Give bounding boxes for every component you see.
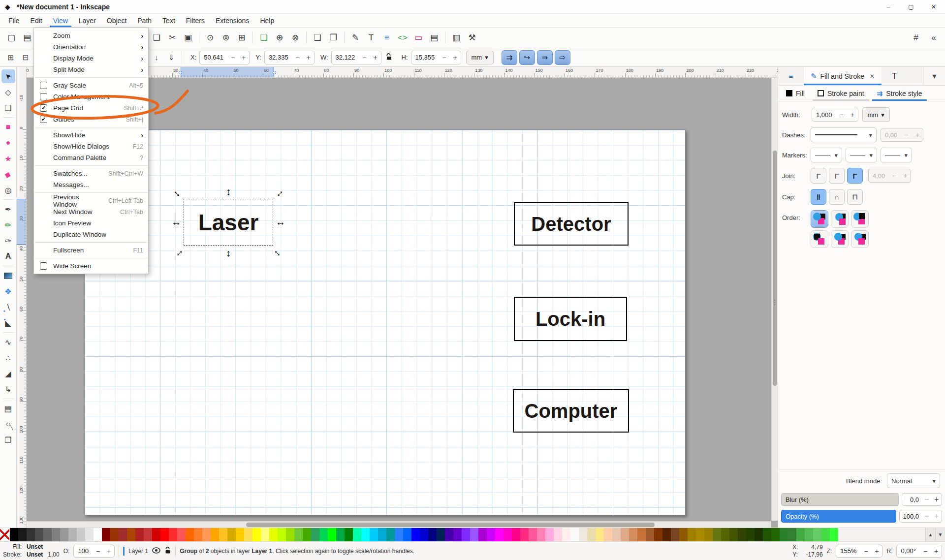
w-increment[interactable]: + (370, 51, 381, 64)
color-swatch[interactable] (211, 528, 219, 541)
menubar-item-filters[interactable]: Filters (181, 14, 210, 27)
layer-visibility-icon[interactable] (152, 547, 160, 555)
selection-handle-se[interactable]: ↔ (272, 245, 285, 259)
open-document-icon[interactable]: ▤ (20, 31, 34, 45)
selection-handle-w[interactable]: ↔ (171, 217, 181, 227)
menu-item-messages[interactable]: Messages... (34, 179, 148, 190)
color-swatch[interactable] (604, 528, 612, 541)
mesh-gradient-tool-icon[interactable]: ❖ (1, 284, 15, 298)
zoom-increment[interactable]: + (871, 545, 882, 557)
rectangle-tool-icon[interactable]: ■ (1, 120, 15, 134)
color-swatch[interactable] (328, 528, 336, 541)
horizontal-scrollbar-thumb[interactable] (246, 523, 655, 527)
rotation-increment[interactable]: + (931, 545, 942, 557)
selection-handle-nw[interactable]: ↔ (171, 186, 185, 199)
color-swatch[interactable] (780, 528, 788, 541)
copy-icon[interactable]: ❏ (149, 31, 164, 45)
duplicate-icon[interactable]: ❏ (256, 31, 271, 45)
color-swatch[interactable] (395, 528, 403, 541)
color-swatch[interactable] (353, 528, 361, 541)
menubar-item-file[interactable]: File (3, 14, 25, 27)
opacity-inc[interactable]: + (103, 545, 114, 557)
no-color-swatch[interactable] (0, 528, 10, 541)
h-decrement[interactable]: − (439, 51, 450, 64)
menu-item-command-palette[interactable]: Command Palette? (34, 152, 148, 163)
color-swatch[interactable] (596, 528, 604, 541)
align-dialog-icon[interactable]: ≡ (379, 31, 394, 45)
y-value[interactable]: 32,335 (265, 54, 292, 61)
opacity-spinbox[interactable]: 100,0 −+ (899, 510, 942, 523)
color-swatch[interactable] (629, 528, 637, 541)
tab-text-font[interactable]: T (882, 67, 907, 85)
color-swatch[interactable] (127, 528, 135, 541)
menubar-item-object[interactable]: Object (101, 14, 132, 27)
zoom-to-selection-icon[interactable]: ⊙ (203, 31, 218, 45)
color-swatch[interactable] (545, 528, 554, 541)
paste-icon[interactable]: ▣ (181, 31, 195, 45)
miter-increment[interactable]: + (900, 169, 911, 182)
menubar-item-help[interactable]: Help (254, 14, 280, 27)
color-swatch[interactable] (462, 528, 470, 541)
x-spinbox[interactable]: 50,641 −+ (199, 51, 250, 64)
color-swatch[interactable] (94, 528, 102, 541)
computer-object[interactable]: Computer (513, 389, 629, 433)
color-swatch[interactable] (562, 528, 570, 541)
subtab-fill[interactable]: Fill (780, 86, 811, 101)
color-swatch[interactable] (370, 528, 378, 541)
order-markers-stroke-fill-button[interactable] (811, 230, 828, 248)
dock-resize-grip[interactable]: ⋮ (771, 298, 777, 306)
text-tool-icon[interactable]: A (1, 249, 15, 263)
stroke-width-increment[interactable]: + (847, 108, 858, 121)
color-swatch[interactable] (236, 528, 244, 541)
color-swatch[interactable] (713, 528, 721, 541)
subtab-stroke-style[interactable]: ⇉ Stroke style (871, 86, 928, 101)
color-swatch[interactable] (194, 528, 202, 541)
stroke-width-value[interactable]: 1,000 (812, 111, 836, 119)
color-swatch[interactable] (18, 528, 27, 541)
dash-pattern-dropdown[interactable]: ▾ (811, 127, 877, 142)
blur-increment[interactable]: + (932, 495, 942, 504)
color-swatch[interactable] (428, 528, 437, 541)
rotation-decrement[interactable]: − (920, 545, 931, 557)
color-swatch[interactable] (487, 528, 495, 541)
snap-popover-icon[interactable]: # (909, 31, 923, 45)
menubar-item-extensions[interactable]: Extensions (210, 14, 254, 27)
color-swatch[interactable] (411, 528, 420, 541)
color-swatch[interactable] (746, 528, 755, 541)
w-spinbox[interactable]: 32,122 −+ (331, 51, 381, 64)
selection-handle-n[interactable]: ↕ (226, 187, 231, 196)
color-swatch[interactable] (227, 528, 236, 541)
color-swatch[interactable] (144, 528, 152, 541)
x-decrement[interactable]: − (227, 51, 238, 64)
current-layer-label[interactable]: Layer 1 (128, 548, 148, 555)
color-swatch[interactable] (361, 528, 370, 541)
color-swatch[interactable] (269, 528, 278, 541)
w-value[interactable]: 32,122 (332, 54, 359, 61)
color-swatch[interactable] (52, 528, 60, 541)
color-swatch[interactable] (252, 528, 261, 541)
color-swatch[interactable] (261, 528, 269, 541)
menu-item-page-grid[interactable]: ✔Page GridShift+# (34, 102, 148, 114)
selection-handle-e[interactable]: ↔ (276, 217, 285, 227)
color-swatch[interactable] (445, 528, 453, 541)
zoom-spinbox[interactable]: 155% −+ (836, 545, 882, 558)
lower-to-bottom-icon[interactable]: ⇓ (164, 51, 178, 64)
color-swatch[interactable] (512, 528, 520, 541)
blur-value[interactable]: 0,0 (902, 496, 922, 503)
color-swatch[interactable] (821, 528, 830, 541)
color-swatch[interactable] (478, 528, 487, 541)
xml-editor-icon[interactable]: <> (395, 31, 410, 45)
color-swatch[interactable] (830, 528, 838, 541)
color-swatch[interactable] (813, 528, 821, 541)
laser-object[interactable]: Laser ↔ ↕ ↔ ↔ ↔ ↔ ↕ ↔ (184, 199, 273, 245)
menu-item-previous-window[interactable]: Previous WindowCtrl+Left Tab (34, 195, 148, 206)
menu-item-display-mode[interactable]: Display Mode› (34, 53, 148, 64)
color-swatch[interactable] (554, 528, 562, 541)
spiral-tool-icon[interactable]: ◎ (1, 183, 15, 197)
color-swatch[interactable] (587, 528, 596, 541)
cut-icon[interactable]: ✂ (165, 31, 180, 45)
text-dialog-icon[interactable]: T (364, 31, 378, 45)
color-swatch[interactable] (771, 528, 780, 541)
color-swatch[interactable] (529, 528, 537, 541)
stroke-width-spinbox[interactable]: 1,000 −+ (812, 108, 858, 122)
